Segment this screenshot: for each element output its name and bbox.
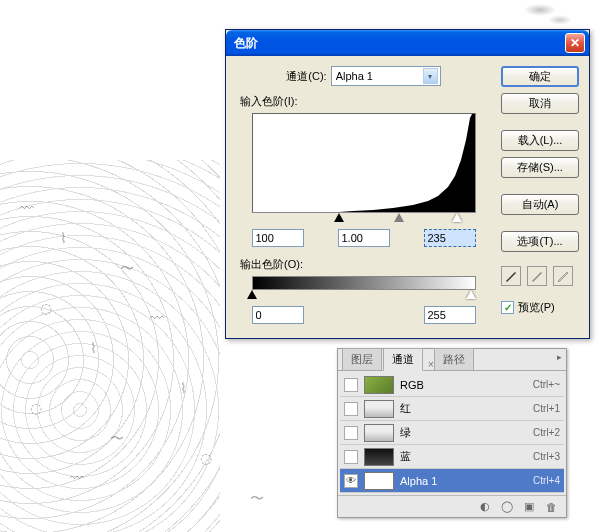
titlebar[interactable]: 色阶 ✕ — [226, 30, 589, 56]
channel-thumb — [364, 448, 394, 466]
channel-row-rgb[interactable]: RGB Ctrl+~ — [340, 373, 564, 397]
channel-row-alpha1[interactable]: 👁 Alpha 1 Ctrl+4 — [340, 469, 564, 493]
cancel-button[interactable]: 取消 — [501, 93, 579, 114]
output-levels-label: 输出色阶(O): — [240, 257, 491, 272]
channel-row-red[interactable]: 红 Ctrl+1 — [340, 397, 564, 421]
input-gamma-field[interactable] — [338, 229, 390, 247]
panel-footer: ◐ ◯ ▣ 🗑 — [338, 495, 566, 517]
channel-label: 通道(C): — [286, 69, 326, 84]
channel-thumb — [364, 472, 394, 490]
close-icon[interactable]: ✕ — [565, 33, 585, 53]
auto-button[interactable]: 自动(A) — [501, 194, 579, 215]
channel-value: Alpha 1 — [336, 70, 373, 82]
output-white-handle[interactable] — [466, 290, 476, 299]
output-black-field[interactable] — [252, 306, 304, 324]
panel-tabs: 图层 通道 × 路径 ▸ — [338, 349, 566, 371]
tab-paths[interactable]: 路径 — [434, 348, 474, 370]
input-white-field[interactable] — [424, 229, 476, 247]
black-point-handle[interactable] — [334, 213, 344, 222]
gamma-handle[interactable] — [394, 213, 404, 222]
channel-thumb — [364, 376, 394, 394]
tab-layers[interactable]: 图层 — [342, 348, 382, 370]
levels-dialog: 色阶 ✕ 通道(C): Alpha 1 ▾ 输入色阶(I): — [225, 29, 590, 339]
channels-panel: 图层 通道 × 路径 ▸ RGB Ctrl+~ 红 Ctrl+1 绿 Ctrl+… — [337, 348, 567, 518]
channel-thumb — [364, 400, 394, 418]
channel-select[interactable]: Alpha 1 ▾ — [331, 66, 441, 86]
channel-thumb — [364, 424, 394, 442]
visibility-toggle[interactable]: 👁 — [344, 474, 358, 488]
load-button[interactable]: 载入(L)... — [501, 130, 579, 151]
channel-list: RGB Ctrl+~ 红 Ctrl+1 绿 Ctrl+2 蓝 Ctrl+3 👁 … — [338, 371, 566, 495]
save-selection-icon[interactable]: ◯ — [498, 499, 516, 515]
delete-icon[interactable]: 🗑 — [542, 499, 560, 515]
histogram — [252, 113, 476, 213]
options-button[interactable]: 选项(T)... — [501, 231, 579, 252]
preview-checkbox[interactable]: ✓ — [501, 301, 514, 314]
tab-channels[interactable]: 通道 — [383, 348, 423, 371]
output-gradient — [252, 276, 476, 290]
white-point-handle[interactable] — [452, 213, 462, 222]
visibility-toggle[interactable] — [344, 378, 358, 392]
ok-button[interactable]: 确定 — [501, 66, 579, 87]
chevron-down-icon: ▾ — [423, 68, 438, 84]
channel-row-blue[interactable]: 蓝 Ctrl+3 — [340, 445, 564, 469]
input-slider[interactable] — [252, 213, 476, 225]
panel-menu-icon[interactable]: ▸ — [557, 352, 562, 362]
black-eyedropper-icon[interactable] — [501, 266, 521, 286]
channel-row-green[interactable]: 绿 Ctrl+2 — [340, 421, 564, 445]
input-levels-label: 输入色阶(I): — [240, 94, 491, 109]
new-channel-icon[interactable]: ▣ — [520, 499, 538, 515]
gray-eyedropper-icon[interactable] — [527, 266, 547, 286]
visibility-toggle[interactable] — [344, 450, 358, 464]
output-black-handle[interactable] — [247, 290, 257, 299]
output-slider[interactable] — [252, 290, 476, 302]
load-selection-icon[interactable]: ◐ — [476, 499, 494, 515]
input-black-field[interactable] — [252, 229, 304, 247]
visibility-toggle[interactable] — [344, 402, 358, 416]
save-button[interactable]: 存储(S)... — [501, 157, 579, 178]
white-eyedropper-icon[interactable] — [553, 266, 573, 286]
output-white-field[interactable] — [424, 306, 476, 324]
visibility-toggle[interactable] — [344, 426, 358, 440]
preview-label: 预览(P) — [518, 300, 555, 315]
dialog-title: 色阶 — [230, 35, 258, 52]
eye-icon: 👁 — [346, 475, 356, 486]
